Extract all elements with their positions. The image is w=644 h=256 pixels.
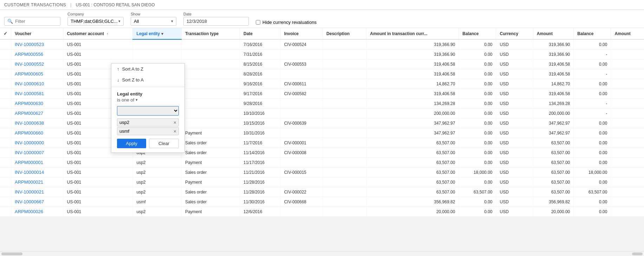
cell-amount2 [611, 187, 644, 197]
th-amount2[interactable]: Amount [611, 28, 644, 39]
cell-voucher[interactable]: ARPM000001 [11, 158, 64, 168]
th-transaction-type[interactable]: Transaction type [181, 28, 240, 39]
cell-voucher[interactable]: INV-10000014 [11, 168, 64, 177]
th-invoice[interactable]: Invoice [280, 28, 323, 39]
voucher-link[interactable]: INV-10000638 [15, 120, 44, 126]
table-row: ARPM000627 US-001 10/10/2016 200,000.00 … [0, 109, 644, 118]
voucher-link[interactable]: ARPM000021 [15, 179, 43, 185]
voucher-link[interactable]: ARPM000605 [15, 71, 43, 77]
table-row: INV-10000667 US-001 usmf Sales order 11/… [0, 197, 644, 207]
th-description[interactable]: Description [323, 28, 366, 39]
sort-asc-option[interactable]: ↑ Sort A to Z [111, 64, 184, 74]
cell-voucher[interactable]: INV-10000638 [11, 118, 64, 128]
voucher-link[interactable]: INV-10000610 [15, 81, 44, 86]
cell-check [0, 109, 11, 118]
filter-input-wrapper[interactable]: 🔍 [4, 17, 60, 26]
cell-voucher[interactable]: INV-10000667 [11, 197, 64, 207]
voucher-link[interactable]: INV-10000021 [15, 189, 44, 195]
voucher-link[interactable]: ARPM000627 [15, 111, 43, 116]
th-currency[interactable]: Currency [496, 28, 533, 39]
company-select[interactable]: THMF;dat;GBSI;GLC... ▾ [67, 17, 124, 26]
cell-trans-type: Payment [181, 177, 240, 187]
cell-legal-entity [133, 50, 181, 59]
sort-desc-label: Sort Z to A [122, 77, 144, 83]
cell-voucher[interactable]: ARPM000026 [11, 207, 64, 217]
cell-date: 11/28/2016 [240, 177, 280, 187]
cell-legal-entity: usp2 [133, 177, 181, 187]
clear-button[interactable]: Clear [149, 139, 179, 148]
cell-voucher[interactable]: INV-10000552 [11, 59, 64, 69]
cell-date: 11/14/2016 [240, 148, 280, 158]
voucher-link[interactable]: INV-10000667 [15, 199, 44, 204]
voucher-link[interactable]: ARPM000001 [15, 160, 43, 165]
cell-voucher[interactable]: ARPM000556 [11, 50, 64, 59]
cell-date: 11/30/2016 [240, 197, 280, 207]
cell-check [0, 118, 11, 128]
entity-name: US-001 : CONTOSO RETAIL SAN DIEGO [76, 2, 155, 7]
show-select[interactable]: All ▾ [131, 17, 176, 26]
voucher-link[interactable]: INV-10000581 [15, 91, 44, 96]
th-amount[interactable]: Amount [533, 28, 574, 39]
cell-balance: 0.00 [459, 79, 496, 89]
cell-voucher[interactable]: INV-10000523 [11, 39, 64, 50]
th-legal-entity[interactable]: Legal entity ▾ [133, 28, 181, 39]
popup-search-select[interactable] [117, 106, 179, 116]
cell-date: 11/17/2016 [240, 158, 280, 168]
th-voucher[interactable]: Voucher [11, 28, 64, 39]
voucher-link[interactable]: ARPM000660 [15, 130, 43, 136]
cell-currency: USD [496, 118, 533, 128]
cell-voucher[interactable]: INV-10000610 [11, 79, 64, 89]
tag-remove-usmf[interactable]: × [174, 129, 176, 134]
cell-balance2: 0.00 [574, 138, 611, 148]
voucher-link[interactable]: INV-10000552 [15, 61, 44, 67]
cell-amount-tc: 319,406.58 [366, 59, 459, 69]
cell-voucher[interactable]: INV-10000007 [11, 148, 64, 158]
cell-currency: USD [496, 128, 533, 138]
date-input[interactable] [183, 17, 249, 26]
cell-amount2 [611, 168, 644, 177]
cell-invoice [280, 128, 323, 138]
cell-voucher[interactable]: INV-10000581 [11, 89, 64, 99]
cell-voucher[interactable]: ARPM000605 [11, 69, 64, 79]
voucher-link[interactable]: INV-10000014 [15, 170, 44, 175]
cell-amount2 [611, 99, 644, 109]
apply-button[interactable]: Apply [117, 139, 146, 148]
voucher-link[interactable]: INV-10000000 [15, 140, 44, 145]
cell-trans-type [181, 79, 240, 89]
hide-currency-group: Hide currency revaluations [256, 20, 317, 25]
cell-voucher[interactable]: INV-10000000 [11, 138, 64, 148]
voucher-link[interactable]: ARPM000630 [15, 101, 43, 106]
cell-date: 9/17/2016 [240, 89, 280, 99]
th-customer-account[interactable]: Customer account ↑ [63, 28, 133, 39]
voucher-link[interactable]: ARPM000026 [15, 209, 43, 214]
th-balance2[interactable]: Balance [574, 28, 611, 39]
show-label: Show [131, 12, 176, 16]
th-amount-tc[interactable]: Amount in transaction curr... [366, 28, 459, 39]
cell-voucher[interactable]: ARPM000660 [11, 128, 64, 138]
cell-balance: 0.00 [459, 69, 496, 79]
voucher-link[interactable]: INV-10000007 [15, 150, 44, 155]
voucher-link[interactable]: INV-10000523 [15, 42, 44, 47]
filter-input[interactable] [15, 19, 57, 24]
cell-voucher[interactable]: INV-10000021 [11, 187, 64, 197]
company-label: Company [67, 12, 124, 16]
sort-desc-option[interactable]: ↓ Sort Z to A [111, 74, 184, 85]
cell-description [323, 39, 366, 50]
cell-voucher[interactable]: ARPM000630 [11, 99, 64, 109]
cell-trans-type: Sales order [181, 168, 240, 177]
cell-amount: 20,000.00 [533, 207, 574, 217]
th-date[interactable]: Date [240, 28, 280, 39]
tag-remove-usp2[interactable]: × [174, 120, 176, 125]
hide-currency-checkbox[interactable] [256, 20, 260, 25]
cell-voucher[interactable]: ARPM000627 [11, 109, 64, 118]
cell-voucher[interactable]: ARPM000021 [11, 177, 64, 187]
voucher-link[interactable]: ARPM000556 [15, 52, 43, 57]
cell-trans-type [181, 99, 240, 109]
is-one-of-dropdown[interactable]: is one of ▾ [111, 97, 184, 105]
table-row: ARPM000660 US-001 usmf Payment 10/31/201… [0, 128, 644, 138]
cell-amount2 [611, 59, 644, 69]
is-one-of-label: is one of [117, 97, 134, 103]
cell-date: 9/16/2016 [240, 79, 280, 89]
show-value: All [134, 19, 139, 24]
th-balance[interactable]: Balance [459, 28, 496, 39]
